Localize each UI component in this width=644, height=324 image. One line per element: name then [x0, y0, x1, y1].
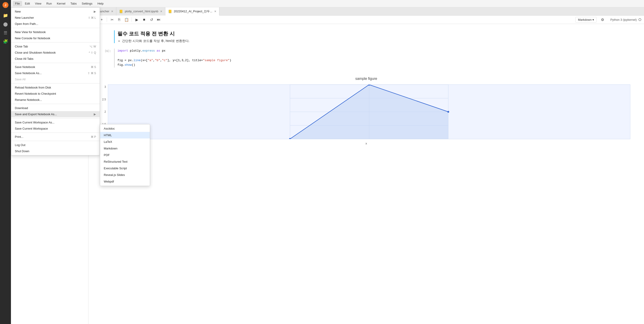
menu-item-save-notebook-label: Save Notebook [15, 65, 85, 69]
run-button[interactable]: ▶ [134, 17, 140, 23]
settings-button[interactable]: ⚙ [599, 17, 606, 23]
tab-aiproject-label: 20220412_AI_Project_안두... [174, 9, 212, 14]
menu-item-new[interactable]: New ▶ [11, 9, 100, 15]
submenu-item-markdown[interactable]: Markdown [100, 145, 150, 152]
notebook-toolbar: 💾 + ✂ ⎘ 📋 ▶ ■ ↺ ⏭ Markdown ▾ ⚙ Python 3 … [88, 16, 644, 24]
menu-item-close-all[interactable]: Close All Tabs [11, 56, 100, 62]
sidebar-icon-circle[interactable]: ⬤ [1, 20, 10, 28]
sidebar-icon-folder[interactable]: 📁 [1, 12, 10, 20]
submenu-item-latex[interactable]: LaTeX [100, 139, 150, 145]
menu-item-new-launcher[interactable]: New Launcher ⇧ ⌘ L [11, 15, 100, 21]
menu-kernel[interactable]: Kernel [54, 1, 68, 6]
submenu-item-executable-script[interactable]: Executable Script [100, 165, 150, 172]
save-export-submenu: Asciidoc HTML LaTeX Markdown PDF ReStruc… [100, 124, 150, 186]
submenu-item-html[interactable]: HTML [100, 132, 150, 139]
file-menu-dropdown: New ▶ New Launcher ⇧ ⌘ L Open from Path.… [11, 7, 100, 155]
restart-button[interactable]: ↺ [148, 17, 154, 23]
copy-button[interactable]: ⎘ [116, 17, 122, 23]
code-cell-empty-2: [ ]: [98, 164, 635, 168]
toolbar-separator-1 [107, 17, 107, 22]
cell-type-select[interactable]: Markdown ▾ [575, 17, 596, 23]
menu-edit[interactable]: Edit [22, 1, 32, 6]
sidebar: J 📁 ⬤ ☰ 🧩 [0, 0, 11, 324]
submenu-item-pdf[interactable]: PDF [100, 152, 150, 158]
menu-divider-6 [11, 118, 100, 118]
cell-body-empty-1[interactable] [114, 154, 635, 159]
tab-plotly-icon: 📒 [119, 10, 123, 13]
sidebar-icon-puzzle[interactable]: 🧩 [1, 38, 10, 46]
submenu-item-webpdf[interactable]: Webpdf [100, 178, 150, 185]
tab-aiproject-icon: 📒 [168, 10, 172, 13]
menu-item-new-view[interactable]: New View for Notebook [11, 29, 100, 35]
menu-item-print[interactable]: Print... ⌘ P [11, 134, 100, 140]
menu-item-revert[interactable]: Revert Notebook to Checkpoint [11, 91, 100, 97]
submenu-item-asciidoc-label: Asciidoc [104, 127, 115, 130]
svg-text:J: J [4, 3, 6, 7]
menu-tabs[interactable]: Tabs [68, 1, 79, 6]
submenu-item-revealjs[interactable]: Reveal.js Slides [100, 172, 150, 178]
menu-item-download[interactable]: Download [11, 105, 100, 111]
menu-item-close-tab[interactable]: Close Tab ⌥ W [11, 43, 100, 50]
tab-aiproject[interactable]: 📒 20220412_AI_Project_안두... ✕ [165, 7, 220, 16]
kernel-status-icon [638, 18, 641, 21]
menu-help[interactable]: Help [95, 1, 106, 6]
sidebar-icon-list[interactable]: ☰ [1, 29, 10, 37]
tab-launcher-close[interactable]: ✕ [111, 10, 113, 13]
menu-item-new-console-label: New Console for Notebook [15, 37, 96, 40]
markdown-bullet: 간단한 시각화 코드를 작성 후, html로 변환한다. [122, 39, 635, 43]
menu-file[interactable]: File [13, 1, 22, 6]
run-all-button[interactable]: ⏭ [156, 17, 162, 23]
menu-item-save-workspace-label: Save Current Workspace [15, 127, 96, 130]
menu-item-reload-label: Reload Notebook from Disk [15, 86, 96, 89]
menu-item-new-view-label: New View for Notebook [15, 30, 96, 34]
cell-body-empty-2[interactable] [114, 164, 635, 168]
y-tick-2: 2 [104, 110, 106, 113]
menu-divider-5 [11, 104, 100, 104]
menu-item-new-console[interactable]: New Console for Notebook [11, 35, 100, 41]
tab-plotly[interactable]: 📒 plotly_convert_html.ipynb ✕ [116, 7, 165, 16]
menu-item-rename-label: Rename Notebook... [15, 98, 96, 102]
menu-item-new-label: New [15, 10, 92, 13]
menu-run[interactable]: Run [44, 1, 54, 6]
menu-item-open-path[interactable]: Open from Path... [11, 21, 100, 27]
notebook-content: 필수 코드 적용 전 변환 시 간단한 시각화 코드를 작성 후, html로 … [88, 24, 644, 324]
menu-item-reload[interactable]: Reload Notebook from Disk [11, 84, 100, 91]
menu-item-save-all-label: Save All [15, 78, 96, 81]
cell-type-chevron: ▾ [592, 18, 594, 22]
menu-view[interactable]: View [32, 1, 44, 6]
menu-item-logout[interactable]: Log Out [11, 142, 100, 148]
menu-item-save-notebook[interactable]: Save Notebook ⌘ S [11, 64, 100, 70]
app-logo: J [1, 1, 10, 9]
paste-button[interactable]: 📋 [123, 17, 130, 23]
menu-item-save-workspace[interactable]: Save Current Workspace [11, 126, 100, 132]
submenu-item-executable-script-label: Executable Script [104, 167, 127, 170]
menu-divider-1 [11, 28, 100, 28]
chart-xlabel: x [102, 142, 630, 145]
menu-item-revert-label: Revert Notebook to Checkpoint [15, 92, 96, 95]
menu-divider-2 [11, 42, 100, 43]
submenu-item-markdown-label: Markdown [104, 147, 118, 150]
menu-item-save-export[interactable]: Save and Export Notebook As... ▶ [11, 111, 100, 117]
menu-item-save-workspace-as[interactable]: Save Current Workspace As... [11, 119, 100, 126]
tab-aiproject-close[interactable]: ✕ [214, 10, 216, 13]
y-tick-3: 3 [104, 85, 106, 89]
stop-button[interactable]: ■ [141, 17, 147, 23]
menu-item-rename[interactable]: Rename Notebook... [11, 97, 100, 103]
cut-button[interactable]: ✂ [109, 17, 115, 23]
cell-body[interactable]: import plotly.express as px fig = px.lin… [114, 49, 635, 68]
menu-item-save-notebook-as[interactable]: Save Notebook As... ⇧ ⌘ S [11, 70, 100, 76]
cell-type-label: Markdown [578, 18, 592, 22]
menu-item-close-shutdown[interactable]: Close and Shutdown Notebook ^ ⇧ Q [11, 50, 100, 56]
menu-item-close-shutdown-label: Close and Shutdown Notebook [15, 51, 83, 54]
submenu-item-restructured-text[interactable]: ReStructured Text [100, 158, 150, 165]
submenu-item-webpdf-label: Webpdf [104, 180, 114, 183]
code-cell-empty-1: [ ]: [98, 154, 635, 159]
menu-divider-4 [11, 83, 100, 84]
menu-divider-7 [11, 133, 100, 133]
submenu-item-asciidoc[interactable]: Asciidoc [100, 125, 150, 132]
tab-plotly-close[interactable]: ✕ [160, 10, 162, 13]
menu-settings[interactable]: Settings [79, 1, 95, 6]
chart-title: sample figure [102, 77, 630, 81]
menu-item-shutdown[interactable]: Shut Down [11, 148, 100, 154]
submenu-item-pdf-label: PDF [104, 153, 110, 157]
